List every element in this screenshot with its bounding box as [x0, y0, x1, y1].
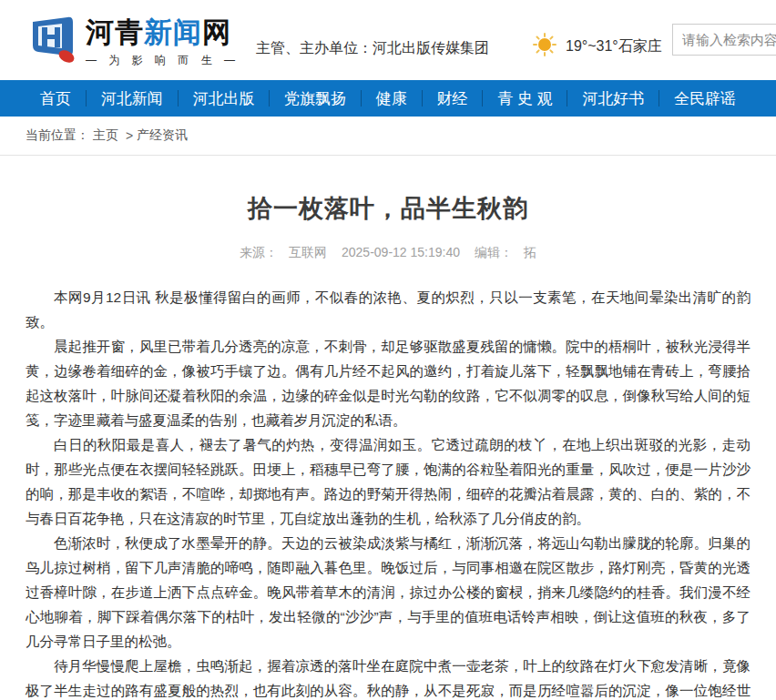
- logo-title: 河青新闻网: [86, 16, 240, 49]
- logo-title-part2: 新闻: [144, 16, 202, 48]
- publish-datetime: 2025-09-12 15:19:40: [342, 245, 460, 259]
- nav-separator: [482, 90, 483, 107]
- nav-item-party-flag[interactable]: 党旗飘扬: [284, 88, 346, 109]
- logo-icon: [26, 15, 82, 67]
- nav-separator: [86, 90, 87, 107]
- weather-temp: 19°~31°: [566, 38, 618, 54]
- breadcrumb: 当前位置： 主页 > 产经资讯: [0, 117, 776, 156]
- article-paragraph: 晨起推开窗，风里已带着几分透亮的凉意，不刺骨，却足够驱散盛夏残留的慵懒。院中的梧…: [26, 334, 750, 432]
- nav-item-history-view[interactable]: 青 史 观: [497, 88, 552, 109]
- nav-separator: [422, 90, 423, 107]
- search-input[interactable]: [672, 24, 776, 56]
- nav-item-rumor-refutation[interactable]: 全民辟谣: [674, 88, 736, 109]
- nav-separator: [659, 90, 659, 107]
- sun-icon: [533, 33, 556, 60]
- nav-item-finance[interactable]: 财经: [436, 88, 467, 109]
- editor-label: 编辑：: [475, 245, 513, 259]
- article-paragraph: 本网9月12日讯 秋是极懂得留白的画师，不似春的浓艳、夏的炽烈，只以一支素笔，在…: [26, 285, 750, 334]
- weather-widget: 19°~31°石家庄: [533, 33, 662, 60]
- nav-separator: [567, 90, 567, 107]
- article-title: 拾一枚落叶，品半生秋韵: [26, 192, 750, 225]
- article-paragraph: 色渐浓时，秋便成了水墨晕开的静。天边的云被染成淡紫与橘红，渐渐沉落，将远山勾勒出…: [26, 531, 750, 654]
- sponsor-text: 主管、主办单位：河北出版传媒集团: [256, 39, 489, 58]
- nav-item-health[interactable]: 健康: [376, 88, 407, 109]
- editor-value: 拓: [524, 245, 536, 259]
- article-meta: 来源：互联网 2025-09-12 15:19:40 编辑：拓: [26, 245, 750, 261]
- breadcrumb-label: 当前位置：: [26, 127, 89, 144]
- source-label: 来源：: [240, 245, 278, 259]
- logo-title-part1: 河青: [86, 16, 144, 48]
- main-nav: 首页 河北新闻 河北出版 党旗飘扬 健康 财经 青 史 观 河北好书 全民辟谣: [0, 80, 776, 117]
- logo-title-part3: 网: [202, 16, 231, 48]
- breadcrumb-current: 产经资讯: [137, 127, 188, 144]
- nav-item-home[interactable]: 首页: [40, 88, 71, 109]
- nav-item-hebei-books[interactable]: 河北好书: [582, 88, 644, 109]
- logo-tagline: — 为 影 响 而 生 —: [86, 53, 240, 68]
- nav-separator: [269, 90, 270, 107]
- nav-separator: [361, 90, 362, 107]
- weather-text: 19°~31°石家庄: [566, 37, 662, 56]
- breadcrumb-separator: >: [126, 128, 133, 143]
- source-value: 互联网: [289, 245, 327, 259]
- article-body: 本网9月12日讯 秋是极懂得留白的画师，不似春的浓艳、夏的炽烈，只以一支素笔，在…: [26, 285, 750, 700]
- article-paragraph: 白日的秋阳最是喜人，褪去了暑气的灼热，变得温润如玉。它透过疏朗的枝丫，在地上织出…: [26, 432, 750, 531]
- article: 拾一枚落叶，品半生秋韵 来源：互联网 2025-09-12 15:19:40 编…: [0, 156, 776, 700]
- nav-item-hebei-publishing[interactable]: 河北出版: [192, 88, 254, 109]
- site-logo[interactable]: 河青新闻网 — 为 影 响 而 生 —: [26, 13, 240, 68]
- weather-city: 石家庄: [618, 38, 662, 54]
- nav-item-hebei-news[interactable]: 河北新闻: [101, 88, 163, 109]
- breadcrumb-home-link[interactable]: 主页: [93, 127, 118, 144]
- article-paragraph: 待月华慢慢爬上屋檐，虫鸣渐起，握着凉透的落叶坐在庭院中煮一壶老茶，叶上的纹路在灯…: [26, 654, 750, 700]
- nav-separator: [178, 90, 179, 107]
- site-header: 河青新闻网 — 为 影 响 而 生 — 主管、主办单位：河北出版传媒集团 19°…: [0, 0, 776, 80]
